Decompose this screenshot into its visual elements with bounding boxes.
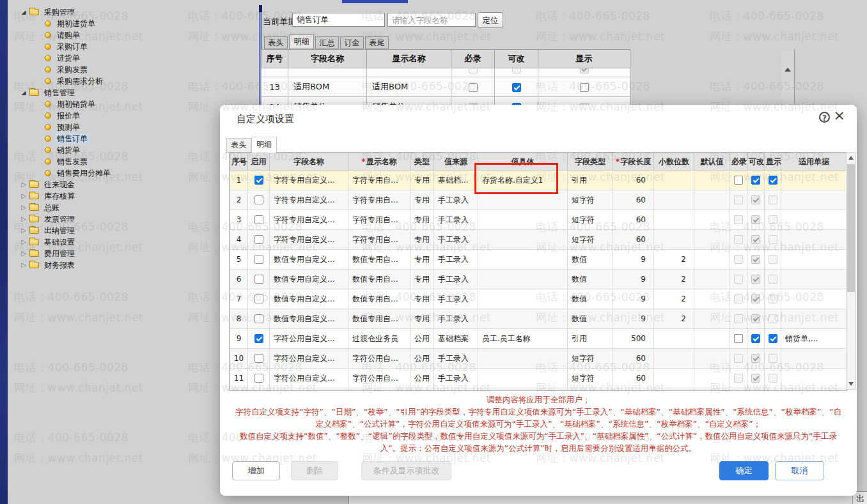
tree-group-基础设置[interactable]: ▷基础设置: [8, 236, 251, 248]
tree-item-销售订单[interactable]: 销售订单: [8, 133, 251, 144]
tree-group-总账[interactable]: ▷总账: [8, 202, 251, 213]
custom-item-row[interactable]: 12字符公用自定义...字符公用自...公用手工录入短字符60: [230, 388, 847, 392]
custom-item-cell: [730, 289, 747, 309]
editable-checkbox[interactable]: [751, 176, 760, 185]
scroll-up-icon[interactable]: [785, 68, 791, 72]
tree-item-期初销货单[interactable]: 期初销货单: [8, 98, 251, 110]
tree-item-采购发票[interactable]: 采购发票: [8, 64, 251, 75]
tree-item-销售发票[interactable]: 销售发票: [8, 156, 251, 167]
custom-item-row[interactable]: 10字符公用自定义...字符公用自...公用手工录入短字符60: [230, 349, 847, 369]
tree-item-进货单[interactable]: 进货单: [8, 52, 251, 64]
visible-checkbox[interactable]: [580, 83, 589, 92]
current-doc-input[interactable]: [292, 13, 385, 27]
enable-checkbox[interactable]: [254, 235, 263, 244]
tree-group-财务报表[interactable]: ▷财务报表: [8, 259, 251, 271]
bg-table-row[interactable]: 13适用BOM适用BOM: [262, 77, 630, 97]
tree-collapsed-icon[interactable]: ▷: [19, 236, 28, 248]
field-search-input[interactable]: [387, 13, 476, 27]
tree-group-销售管理[interactable]: ◢销售管理: [8, 87, 251, 98]
required-checkbox[interactable]: [734, 334, 743, 343]
batch-edit-button[interactable]: 条件及显示项批改: [361, 461, 451, 480]
custom-item-row[interactable]: 3字符专用自定义...字符专用自...专用手工录入短字符60: [230, 210, 847, 230]
required-checkbox[interactable]: [469, 83, 478, 92]
enable-checkbox[interactable]: [254, 176, 263, 185]
required-checkbox[interactable]: [734, 176, 743, 185]
visible-checkbox[interactable]: [769, 334, 777, 343]
custom-item-cell: [654, 388, 694, 392]
custom-item-cell: 手工录入: [434, 270, 478, 289]
custom-item-cell: [765, 349, 781, 369]
custom-item-cell: 5: [230, 250, 248, 270]
dialog-tab-表头[interactable]: 表头: [226, 138, 251, 153]
locate-button[interactable]: 定位: [478, 12, 503, 28]
ok-button[interactable]: 确定: [719, 461, 769, 480]
tree-group-发票管理[interactable]: ▷发票管理: [8, 213, 251, 225]
enable-checkbox[interactable]: [254, 354, 263, 363]
tree-item-报价单[interactable]: 报价单: [8, 110, 251, 121]
close-icon[interactable]: ×: [834, 109, 845, 123]
export-button-fragment[interactable]: 出: [856, 493, 864, 504]
add-button[interactable]: 增加: [232, 461, 280, 480]
custom-item-row[interactable]: 5数值专用自定义...数值专用自...专用手工录入数值92: [230, 250, 847, 270]
tree-collapsed-icon[interactable]: ▷: [19, 259, 28, 271]
custom-item-cell: [747, 250, 765, 270]
tree-item-销售费用分摊单[interactable]: 销售费用分摊单: [8, 167, 251, 179]
delete-button[interactable]: 删除: [291, 461, 338, 480]
tree-item-采购需求分析[interactable]: 采购需求分析: [8, 75, 251, 87]
tree-group-采购管理[interactable]: ◢采购管理: [8, 6, 251, 18]
bg-tab-表头[interactable]: 表头: [264, 36, 288, 49]
tree-collapsed-icon[interactable]: ▷: [19, 190, 28, 202]
editable-checkbox[interactable]: [751, 334, 760, 343]
enable-checkbox[interactable]: [254, 374, 263, 383]
tree-item-采购订单[interactable]: 采购订单: [8, 41, 251, 52]
enable-checkbox[interactable]: [254, 275, 263, 284]
bg-tab-订金[interactable]: 订金: [340, 36, 364, 49]
custom-item-cell: 7: [230, 289, 248, 309]
custom-item-cell: 2: [230, 190, 248, 210]
editable-checkbox[interactable]: [512, 83, 521, 92]
custom-item-row[interactable]: 11字符公用自定义...字符公用自...公用手工录入短字符60: [230, 369, 847, 388]
custom-item-cell: [478, 230, 568, 250]
tree-collapsed-icon[interactable]: ▷: [19, 213, 28, 225]
tree-group-出纳管理[interactable]: ▷出纳管理: [8, 225, 251, 236]
tree-item-期初进货单[interactable]: 期初进货单: [8, 18, 251, 29]
scroll-thumb[interactable]: [847, 164, 855, 292]
custom-item-row[interactable]: 9字符公用自定义...过渡仓业务员公用基础档案员工.员工名称引用500销货单,.…: [230, 329, 847, 349]
enable-checkbox[interactable]: [254, 255, 263, 264]
enable-checkbox[interactable]: [254, 215, 263, 224]
help-icon[interactable]: ?: [819, 112, 830, 123]
bg-tab-明细[interactable]: 明细: [289, 34, 314, 49]
bg-table-scrollbar[interactable]: [782, 51, 793, 105]
enable-checkbox[interactable]: [254, 314, 263, 323]
tree-collapsed-icon[interactable]: ▷: [19, 179, 28, 190]
custom-item-row[interactable]: 8数值专用自定义...数值专用自...专用手工录入数值92: [230, 309, 847, 329]
cancel-button[interactable]: 取消: [775, 461, 824, 480]
scroll-up-icon[interactable]: [848, 156, 854, 160]
tree-group-费用管理[interactable]: ▷费用管理: [8, 248, 251, 259]
tree-collapsed-icon[interactable]: ▷: [19, 202, 28, 213]
enable-checkbox[interactable]: [254, 334, 263, 343]
enable-checkbox[interactable]: [254, 195, 263, 204]
tree-collapsed-icon[interactable]: ▷: [19, 248, 28, 259]
tree-item-请购单[interactable]: 请购单: [8, 29, 251, 41]
custom-item-row[interactable]: 6数值专用自定义...数值专用自...专用手工录入数值92: [230, 270, 847, 289]
enable-checkbox[interactable]: [254, 294, 263, 303]
scroll-down-icon[interactable]: [848, 382, 854, 386]
tree-group-库存核算[interactable]: ▷库存核算: [8, 190, 251, 202]
tree-expanded-icon[interactable]: ◢: [19, 6, 28, 18]
tree-item-预测单[interactable]: 预测单: [8, 121, 251, 133]
bg-tab-汇总[interactable]: 汇总: [315, 36, 339, 49]
tree-expanded-icon[interactable]: ◢: [19, 87, 28, 98]
visible-checkbox: [769, 314, 777, 323]
tree-group-往来现金[interactable]: ▷往来现金: [8, 179, 251, 190]
custom-item-row[interactable]: 4字符专用自定义...字符专用自...专用手工录入短字符60: [230, 230, 847, 250]
tree-item-label: 销货单: [55, 144, 82, 156]
visible-checkbox[interactable]: [769, 176, 777, 185]
tree-item-销货单[interactable]: 销货单: [8, 144, 251, 156]
dialog-table-scrollbar[interactable]: [846, 152, 856, 390]
bg-tab-表尾[interactable]: 表尾: [365, 36, 389, 49]
tree-collapsed-icon[interactable]: ▷: [19, 225, 28, 236]
dialog-tab-明细[interactable]: 明细: [251, 137, 277, 153]
bg-cell: 适用BOM: [288, 77, 367, 97]
custom-item-row[interactable]: 7数值专用自定义...数值专用自...专用手工录入数值92: [230, 289, 847, 309]
